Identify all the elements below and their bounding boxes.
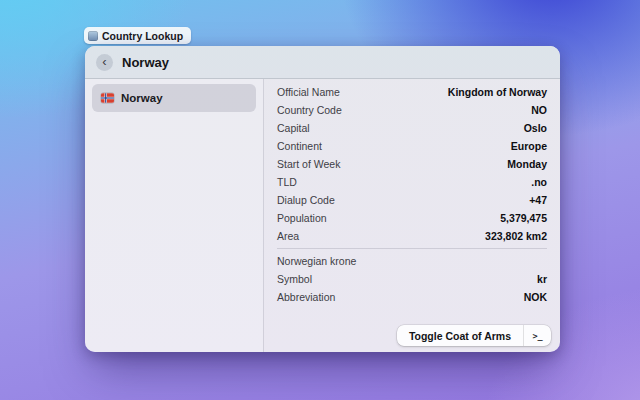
chevron-left-icon: ‹: [102, 55, 106, 68]
title-bar: ‹ Norway: [85, 46, 560, 79]
toggle-coat-of-arms-button[interactable]: Toggle Coat of Arms: [397, 325, 523, 346]
detail-value: Oslo: [524, 122, 547, 134]
detail-label: Continent: [277, 140, 322, 152]
detail-value: .no: [531, 176, 547, 188]
detail-value: NO: [531, 104, 547, 116]
detail-row-population: Population 5,379,475: [277, 209, 547, 227]
detail-label: Population: [277, 212, 327, 224]
page-title: Norway: [122, 55, 169, 70]
norway-flag-icon: [101, 93, 114, 103]
detail-label: Country Code: [277, 104, 342, 116]
detail-row-start-of-week: Start of Week Monday: [277, 155, 547, 173]
detail-value: +47: [529, 194, 547, 206]
detail-value: Monday: [507, 158, 547, 170]
section-divider: [277, 248, 547, 249]
detail-row-continent: Continent Europe: [277, 137, 547, 155]
toggle-coat-of-arms-button-group: Toggle Coat of Arms >_: [397, 325, 551, 346]
detail-value: Kingdom of Norway: [448, 86, 547, 98]
detail-label: Abbreviation: [277, 291, 335, 303]
detail-label: Symbol: [277, 273, 312, 285]
detail-value: NOK: [524, 291, 547, 303]
detail-label: Dialup Code: [277, 194, 335, 206]
app-tag[interactable]: Country Lookup: [84, 27, 191, 44]
country-detail-pane: Official Name Kingdom of Norway Country …: [264, 79, 560, 352]
window-body: Norway Official Name Kingdom of Norway C…: [85, 79, 560, 352]
country-sidebar: Norway: [85, 79, 264, 352]
detail-row-area: Area 323,802 km2: [277, 227, 547, 245]
detail-label: TLD: [277, 176, 297, 188]
detail-value: kr: [537, 273, 547, 285]
detail-value: 5,379,475: [500, 212, 547, 224]
detail-row-dialup-code: Dialup Code +47: [277, 191, 547, 209]
keyboard-shortcut-button[interactable]: >_: [523, 325, 551, 346]
detail-row-country-code: Country Code NO: [277, 101, 547, 119]
detail-row-symbol: Symbol kr: [277, 270, 547, 288]
detail-row-tld: TLD .no: [277, 173, 547, 191]
detail-value: Europe: [511, 140, 547, 152]
detail-label: Official Name: [277, 86, 340, 98]
detail-row-official-name: Official Name Kingdom of Norway: [277, 83, 547, 101]
detail-row-abbreviation: Abbreviation NOK: [277, 288, 547, 306]
detail-label: Area: [277, 230, 299, 242]
currency-section-header: Norwegian krone: [277, 252, 547, 270]
app-icon: [88, 31, 98, 41]
desktop-background: Country Lookup ‹ Norway: [0, 0, 640, 400]
app-tag-label: Country Lookup: [102, 30, 183, 42]
sidebar-item-norway[interactable]: Norway: [92, 84, 256, 112]
sidebar-item-label: Norway: [121, 92, 163, 104]
country-lookup-window: ‹ Norway Norway: [85, 46, 560, 352]
detail-label: Start of Week: [277, 158, 340, 170]
back-button[interactable]: ‹: [96, 54, 113, 71]
terminal-prompt-icon: >_: [532, 331, 542, 341]
detail-row-capital: Capital Oslo: [277, 119, 547, 137]
detail-value: 323,802 km2: [485, 230, 547, 242]
detail-label: Capital: [277, 122, 310, 134]
